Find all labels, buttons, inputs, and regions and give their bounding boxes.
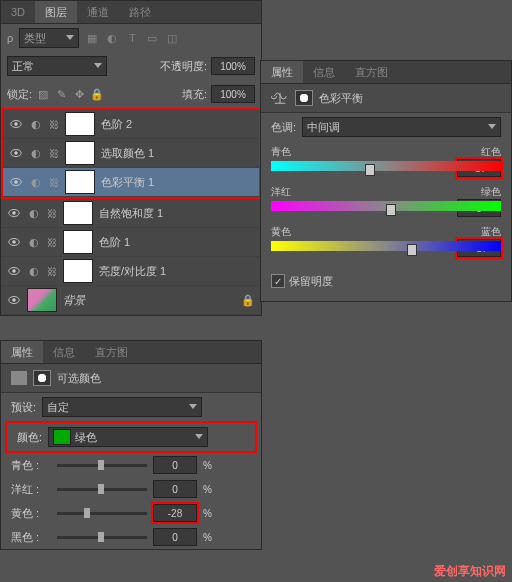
slider-thumb[interactable] (98, 460, 104, 470)
opacity-value[interactable]: 100% (211, 57, 255, 75)
eye-icon[interactable] (7, 206, 21, 220)
slider-track[interactable] (271, 241, 501, 251)
ch-value[interactable]: 0 (153, 528, 197, 546)
selective-icon (11, 371, 27, 385)
eye-icon[interactable] (9, 175, 23, 189)
blend-mode-label: 正常 (12, 59, 34, 74)
ch-value[interactable]: -28 (153, 504, 197, 522)
slider-track[interactable] (57, 512, 147, 515)
channel-magenta: 洋红 :0% (1, 477, 261, 501)
color-swatch-green (53, 429, 71, 445)
ch-label: 黄色 : (11, 506, 51, 521)
mask-thumb[interactable] (65, 112, 95, 136)
slider-thumb[interactable] (98, 484, 104, 494)
mask-toggle-icon[interactable] (295, 90, 313, 106)
color-dropdown[interactable]: 绿色 (48, 427, 208, 447)
slider-thumb[interactable] (365, 164, 375, 176)
tab-channels[interactable]: 通道 (77, 1, 119, 23)
layer-name: 亮度/对比度 1 (99, 264, 255, 279)
lock-position-icon[interactable]: ✥ (72, 87, 86, 101)
preserve-row: ✓ 保留明度 (261, 261, 511, 301)
filter-kind-dropdown[interactable]: 类型 (19, 28, 79, 48)
slider-track[interactable] (57, 536, 147, 539)
layer-row[interactable]: ◐⛓色阶 2 (3, 110, 259, 139)
filter-kind-label: 类型 (24, 31, 46, 46)
slider-track[interactable] (271, 201, 501, 211)
tab-layers[interactable]: 图层 (35, 1, 77, 23)
preset-dropdown[interactable]: 自定 (42, 397, 202, 417)
slider-thumb[interactable] (98, 532, 104, 542)
filter-shape-icon[interactable]: ▭ (145, 31, 159, 45)
tone-dropdown[interactable]: 中间调 (302, 117, 501, 137)
layer-row[interactable]: ◐⛓自然饱和度 1 (1, 199, 261, 228)
blend-mode-dropdown[interactable]: 正常 (7, 56, 107, 76)
ch-value[interactable]: 0 (153, 480, 197, 498)
pct: % (203, 460, 212, 471)
layer-row[interactable]: ◐⛓亮度/对比度 1 (1, 257, 261, 286)
fill-value[interactable]: 100% (211, 85, 255, 103)
slider-thumb[interactable] (407, 244, 417, 256)
preserve-luminosity-checkbox[interactable]: ✓ (271, 274, 285, 288)
eye-icon[interactable] (7, 264, 21, 278)
eye-icon[interactable] (9, 146, 23, 160)
lock-all-icon[interactable]: 🔒 (90, 87, 104, 101)
slider-thumb[interactable] (84, 508, 90, 518)
label-magenta: 洋红 (271, 185, 291, 199)
preset-row: 预设: 自定 (1, 393, 261, 421)
slider-track[interactable] (57, 488, 147, 491)
link-icon: ⛓ (49, 177, 59, 188)
lock-icon: 🔒 (241, 293, 255, 307)
eye-icon[interactable] (7, 235, 21, 249)
label-red: 红色 (481, 145, 501, 159)
filter-adjust-icon[interactable]: ◐ (105, 31, 119, 45)
tab-info[interactable]: 信息 (303, 61, 345, 83)
slider-track[interactable] (271, 161, 501, 171)
tab-histogram[interactable]: 直方图 (345, 61, 398, 83)
filter-pixel-icon[interactable]: ▦ (85, 31, 99, 45)
slider-magenta-green: 洋红绿色 0 (261, 181, 511, 221)
layer-row-selected[interactable]: ◐⛓色彩平衡 1 (3, 168, 259, 197)
eye-icon[interactable] (9, 117, 23, 131)
mask-thumb[interactable] (63, 230, 93, 254)
panel-title: 可选颜色 (57, 371, 101, 386)
channel-cyan: 青色 :0% (1, 453, 261, 477)
layer-name: 色彩平衡 1 (101, 175, 253, 190)
lock-transparent-icon[interactable]: ▨ (36, 87, 50, 101)
filter-type-icon[interactable]: T (125, 31, 139, 45)
link-icon: ⛓ (47, 266, 57, 277)
bg-thumb[interactable] (27, 288, 57, 312)
adj-icon: ◐ (27, 264, 41, 278)
slider-track[interactable] (57, 464, 147, 467)
props-tabs: 属性 信息 直方图 (261, 61, 511, 84)
link-icon: ⛓ (47, 237, 57, 248)
pct: % (203, 532, 212, 543)
label-cyan: 青色 (271, 145, 291, 159)
color-label: 颜色: (17, 430, 42, 445)
mask-toggle-icon[interactable] (33, 370, 51, 386)
layers-tabs: 3D 图层 通道 路径 (1, 1, 261, 24)
tab-3d[interactable]: 3D (1, 1, 35, 23)
tab-histogram[interactable]: 直方图 (85, 341, 138, 363)
mask-thumb[interactable] (65, 170, 95, 194)
tab-properties[interactable]: 属性 (1, 341, 43, 363)
slider-thumb[interactable] (386, 204, 396, 216)
panel-title: 色彩平衡 (319, 91, 363, 106)
eye-icon[interactable] (7, 293, 21, 307)
ch-value[interactable]: 0 (153, 456, 197, 474)
layer-row[interactable]: ◐⛓选取颜色 1 (3, 139, 259, 168)
mask-thumb[interactable] (63, 259, 93, 283)
mask-thumb[interactable] (63, 201, 93, 225)
layer-row[interactable]: ◐⛓色阶 1 (1, 228, 261, 257)
lock-pixels-icon[interactable]: ✎ (54, 87, 68, 101)
tab-properties[interactable]: 属性 (261, 61, 303, 83)
filter-kind-icon: ρ (7, 32, 13, 44)
svg-point-1 (14, 122, 18, 126)
filter-smart-icon[interactable]: ◫ (165, 31, 179, 45)
tab-info[interactable]: 信息 (43, 341, 85, 363)
tab-paths[interactable]: 路径 (119, 1, 161, 23)
background-layer[interactable]: 背景🔒 (1, 286, 261, 315)
svg-point-3 (14, 151, 18, 155)
ch-label: 洋红 : (11, 482, 51, 497)
adj-icon: ◐ (27, 235, 41, 249)
mask-thumb[interactable] (65, 141, 95, 165)
